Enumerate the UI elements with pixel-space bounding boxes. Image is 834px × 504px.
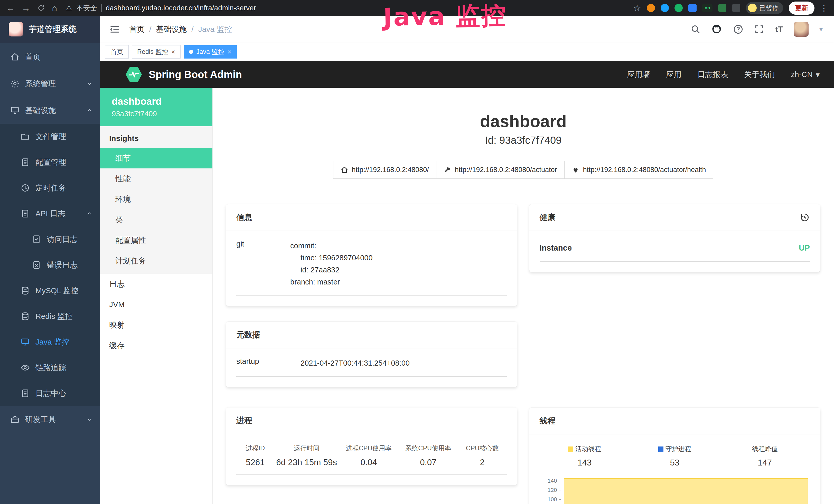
address-bar[interactable]: ⚠ 不安全 dashboard.yudao.iocoder.cn/infra/a…	[64, 3, 627, 13]
legend-label: 活动线程	[575, 445, 601, 452]
sidebar-item-tracing[interactable]: 链路追踪	[0, 355, 100, 381]
extension-icon-green[interactable]	[675, 4, 683, 12]
hamburger-icon[interactable]	[109, 24, 120, 35]
sba-nav-journal[interactable]: 日志报表	[697, 69, 728, 80]
sidebar-item-error-logs[interactable]: 错误日志	[0, 252, 100, 278]
sidebar-item-label: 链路追踪	[36, 363, 66, 373]
menu-item-performance[interactable]: 性能	[100, 168, 213, 189]
instance-link-health[interactable]: http://192.168.0.2:48080/actuator/health	[564, 161, 714, 179]
heart-icon	[572, 166, 579, 174]
history-icon[interactable]	[799, 212, 810, 223]
extension-icon-drop[interactable]	[661, 4, 669, 12]
help-icon[interactable]	[733, 24, 743, 35]
sidebar-item-scheduled-jobs[interactable]: 定时任务	[0, 175, 100, 201]
process-col-cores: CPU核心数	[458, 443, 506, 458]
browser-home-icon[interactable]: ⌂	[52, 4, 57, 12]
tab-redis-monitor[interactable]: Redis 监控 ×	[132, 45, 180, 59]
tab-java-monitor[interactable]: Java 监控 ×	[184, 45, 237, 59]
locale-label: zh-CN	[791, 70, 813, 79]
sidebar-item-label: 日志中心	[36, 388, 66, 399]
menu-item-config-props[interactable]: 配置属性	[100, 230, 213, 251]
menu-item-jvm[interactable]: JVM	[100, 294, 213, 315]
live-threads-area	[564, 478, 808, 504]
extension-icon-leaf[interactable]	[718, 4, 726, 12]
link-label: http://192.168.0.2:48080/actuator	[455, 166, 557, 174]
sba-brand-title[interactable]: Spring Boot Admin	[149, 69, 242, 81]
sidebar-item-label: 系统管理	[25, 78, 56, 89]
sidebar-item-infrastructure[interactable]: 基础设施	[0, 97, 100, 124]
sba-nav-applications[interactable]: 应用	[666, 69, 681, 80]
sidebar-item-home[interactable]: 首页	[0, 44, 100, 70]
github-icon[interactable]	[711, 24, 722, 35]
menu-item-caches[interactable]: 缓存	[100, 335, 213, 356]
search-icon[interactable]	[690, 24, 701, 35]
instance-header[interactable]: dashboard 93a3fc7f7409	[100, 88, 213, 126]
sidebar-item-file-management[interactable]: 文件管理	[0, 124, 100, 150]
sidebar-item-redis-monitor[interactable]: Redis 监控	[0, 303, 100, 329]
menu-item-classes[interactable]: 类	[100, 209, 213, 230]
close-icon[interactable]: ×	[171, 48, 175, 55]
breadcrumb-home[interactable]: 首页	[129, 24, 145, 35]
page-subtitle: Id: 93a3fc7f7409	[213, 135, 834, 146]
sidebar-item-config-management[interactable]: 配置管理	[0, 150, 100, 175]
sidebar-item-mysql-monitor[interactable]: MySQL 监控	[0, 278, 100, 303]
sidebar-item-label: 基础设施	[25, 105, 56, 116]
chevron-up-icon	[86, 210, 93, 217]
health-card: 健康 Instance UP	[529, 204, 820, 272]
forward-icon[interactable]: →	[22, 4, 30, 12]
avatar-caret-icon[interactable]: ▾	[819, 25, 823, 33]
sba-locale-select[interactable]: zh-CN ▾	[791, 70, 820, 79]
sba-navbar: Spring Boot Admin 应用墙 应用 日志报表 关于我们 zh-CN…	[100, 61, 834, 88]
page-title: dashboard	[213, 111, 834, 131]
sidebar-item-access-logs[interactable]: 访问日志	[0, 226, 100, 252]
y-tick: 100	[548, 495, 561, 504]
process-value-row: 5261 6d 23h 15m 59s 0.04 0.07 2	[236, 458, 507, 475]
sidebar-item-api-logs[interactable]: API 日志	[0, 201, 100, 226]
menu-item-scheduled-tasks[interactable]: 计划任务	[100, 251, 213, 271]
process-card: 进程 进程ID 运行时间 进程CPU使用率 系统CPU使用率	[226, 408, 517, 485]
sidebar-item-label: 配置管理	[36, 157, 66, 168]
gear-icon	[10, 79, 20, 88]
menu-item-environment[interactable]: 环境	[100, 189, 213, 209]
tab-home[interactable]: 首页	[105, 45, 129, 59]
sidebar-item-system[interactable]: 系统管理	[0, 70, 100, 97]
tab-label: Java 监控	[196, 47, 224, 56]
sidebar-item-dev-tools[interactable]: 研发工具	[0, 406, 100, 433]
extension-icon-pin[interactable]	[732, 4, 740, 12]
back-icon[interactable]: ←	[6, 4, 15, 12]
sidebar-item-java-monitor[interactable]: Java 监控	[0, 329, 100, 355]
instance-link-actuator[interactable]: http://192.168.0.2:48080/actuator	[436, 161, 565, 179]
sidebar-logo[interactable]: 芋道管理系统	[0, 16, 100, 43]
chrome-update-button[interactable]: 更新	[789, 2, 814, 15]
fullscreen-icon[interactable]	[754, 24, 764, 35]
document-icon	[21, 209, 30, 218]
sba-nav-wallboard[interactable]: 应用墙	[627, 69, 650, 80]
document-x-icon	[32, 260, 41, 270]
active-tab-dot	[189, 50, 193, 54]
instance-links: http://192.168.0.2:48080/ http://192.168…	[213, 161, 834, 179]
user-avatar[interactable]	[794, 22, 809, 37]
menu-item-mappings[interactable]: 映射	[100, 315, 213, 335]
browser-menu-icon[interactable]: ⋮	[820, 4, 828, 13]
menu-item-details[interactable]: 细节	[100, 148, 213, 168]
profile-paused-chip[interactable]: 已暂停	[746, 2, 783, 14]
close-icon[interactable]: ×	[227, 48, 232, 55]
bookmark-star-icon[interactable]: ☆	[633, 4, 641, 12]
sba-nav: 应用墙 应用 日志报表 关于我们 zh-CN ▾	[627, 69, 820, 80]
font-size-icon[interactable]: tT	[775, 25, 783, 34]
yellow-legend-swatch	[568, 446, 573, 452]
sba-nav-about[interactable]: 关于我们	[744, 69, 775, 80]
extension-icon-grid[interactable]	[688, 4, 697, 12]
sidebar-item-label: 错误日志	[47, 260, 78, 270]
breadcrumb-infrastructure[interactable]: 基础设施	[156, 24, 187, 35]
extension-on-badge[interactable]: on	[702, 4, 712, 12]
tab-label: Redis 监控	[137, 47, 168, 56]
instance-link-service[interactable]: http://192.168.0.2:48080/	[333, 161, 436, 179]
sba-logo-icon[interactable]	[126, 66, 142, 83]
document-check-icon	[32, 235, 41, 244]
reload-icon[interactable]	[37, 4, 45, 12]
menu-item-logs[interactable]: 日志	[100, 274, 213, 294]
sidebar-item-log-center[interactable]: 日志中心	[0, 381, 100, 406]
extension-icon-orange[interactable]	[647, 4, 655, 12]
legend-value: 53	[630, 458, 720, 467]
